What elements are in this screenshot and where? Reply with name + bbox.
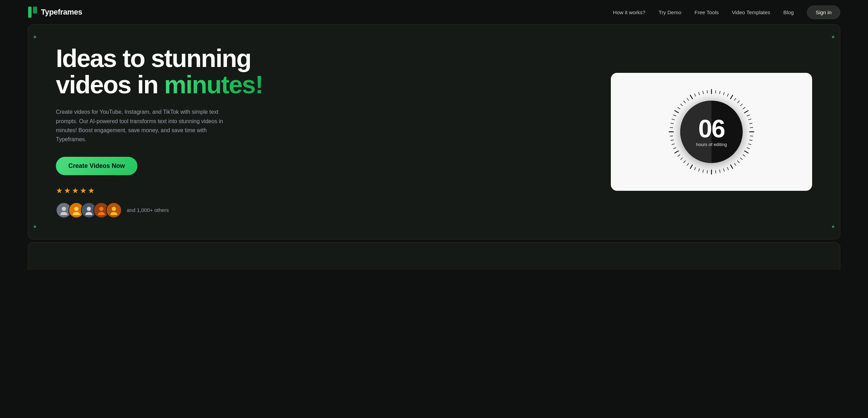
svg-line-49 xyxy=(684,161,685,163)
svg-line-70 xyxy=(703,91,703,94)
svg-line-22 xyxy=(744,111,748,113)
star-1: ★ xyxy=(56,186,63,195)
typeframes-logo-icon xyxy=(28,6,37,18)
svg-line-31 xyxy=(747,147,749,148)
svg-line-44 xyxy=(703,170,703,172)
svg-point-6 xyxy=(87,207,91,211)
social-proof-text: and 1,000+ others xyxy=(127,207,169,213)
avatar-person-icon-2 xyxy=(71,205,81,215)
avatar-person-icon xyxy=(59,205,69,215)
svg-line-47 xyxy=(690,165,692,168)
star-4: ★ xyxy=(80,186,87,195)
svg-line-43 xyxy=(707,170,707,173)
cta-button[interactable]: Create Videos Now xyxy=(56,157,137,175)
svg-line-71 xyxy=(707,91,707,93)
social-proof-row: and 1,000+ others xyxy=(56,202,263,218)
svg-point-11 xyxy=(110,212,117,215)
headline-line1: Ideas to stunning xyxy=(56,44,251,72)
headline-line2: videos in minutes! xyxy=(56,71,263,99)
svg-line-16 xyxy=(727,94,728,96)
hero-content-right: 06 hours of editing xyxy=(611,73,812,191)
star-3: ★ xyxy=(72,186,79,195)
svg-rect-0 xyxy=(28,7,32,18)
clock-graphic: 06 hours of editing xyxy=(666,87,757,177)
svg-point-9 xyxy=(98,212,105,215)
hero-section: Ideas to stunning videos in minutes! Cre… xyxy=(28,24,840,239)
svg-line-65 xyxy=(684,101,685,103)
svg-line-41 xyxy=(716,170,716,173)
svg-line-52 xyxy=(675,151,678,153)
clock-label: hours of editing xyxy=(696,142,727,147)
svg-line-40 xyxy=(719,170,720,172)
svg-line-69 xyxy=(699,92,699,95)
star-5: ★ xyxy=(88,186,95,195)
svg-line-36 xyxy=(734,163,736,165)
svg-line-39 xyxy=(724,169,724,171)
svg-point-5 xyxy=(73,212,80,215)
svg-line-67 xyxy=(690,95,692,99)
hero-content-left: Ideas to stunning videos in minutes! Cre… xyxy=(56,45,263,218)
nav-link-how-it-works[interactable]: How it works? xyxy=(613,9,645,15)
svg-line-64 xyxy=(681,104,683,106)
svg-line-46 xyxy=(694,167,696,170)
avatar-person-icon-5 xyxy=(109,205,119,215)
svg-line-25 xyxy=(750,123,752,124)
avatar-person-icon-3 xyxy=(84,205,94,215)
svg-line-61 xyxy=(673,115,676,116)
nav-links: How it works? Try Demo Free Tools Video … xyxy=(613,6,840,19)
nav-link-blog[interactable]: Blog xyxy=(783,9,794,15)
svg-line-35 xyxy=(738,161,739,163)
svg-line-62 xyxy=(675,111,678,113)
corner-dot-bottom-left xyxy=(34,225,36,228)
svg-point-8 xyxy=(99,207,103,211)
stars-row: ★ ★ ★ ★ ★ xyxy=(56,186,263,195)
svg-line-59 xyxy=(671,123,674,124)
headline-highlight: minutes! xyxy=(164,71,263,99)
svg-point-7 xyxy=(85,212,92,215)
nav-link-video-templates[interactable]: Video Templates xyxy=(732,9,770,15)
svg-line-54 xyxy=(672,144,675,144)
svg-line-32 xyxy=(744,151,748,153)
svg-line-68 xyxy=(694,94,696,96)
svg-line-24 xyxy=(749,119,751,120)
svg-line-48 xyxy=(687,163,689,165)
svg-rect-1 xyxy=(33,7,37,14)
svg-line-23 xyxy=(747,115,749,116)
avatar-5 xyxy=(106,202,122,218)
svg-line-51 xyxy=(678,155,680,156)
clock-face: 06 hours of editing xyxy=(680,101,743,163)
nav-link-try-demo[interactable]: Try Demo xyxy=(659,9,681,15)
svg-point-10 xyxy=(112,207,116,211)
navigation: Typeframes How it works? Try Demo Free T… xyxy=(0,0,868,24)
svg-line-56 xyxy=(670,136,673,136)
svg-line-15 xyxy=(724,92,724,95)
hero-headline: Ideas to stunning videos in minutes! xyxy=(56,45,263,98)
sign-in-button[interactable]: Sign in xyxy=(807,6,840,19)
svg-line-19 xyxy=(738,101,739,103)
svg-line-26 xyxy=(750,127,753,128)
svg-line-34 xyxy=(740,158,742,160)
svg-line-20 xyxy=(740,104,742,106)
logo[interactable]: Typeframes xyxy=(28,6,82,18)
logo-text: Typeframes xyxy=(41,8,82,17)
nav-link-free-tools[interactable]: Free Tools xyxy=(694,9,719,15)
avatar-person-icon-4 xyxy=(96,205,106,215)
bottom-section-preview xyxy=(28,242,840,270)
svg-line-50 xyxy=(681,158,683,160)
svg-line-66 xyxy=(687,98,689,100)
video-preview-card: 06 hours of editing xyxy=(611,73,812,191)
svg-line-18 xyxy=(734,98,736,100)
svg-line-37 xyxy=(731,165,733,168)
svg-line-33 xyxy=(743,155,745,156)
svg-point-2 xyxy=(62,207,66,211)
svg-line-53 xyxy=(673,147,676,148)
svg-line-14 xyxy=(719,91,720,94)
clock-number: 06 xyxy=(698,116,725,141)
svg-point-3 xyxy=(60,212,67,215)
svg-point-4 xyxy=(74,207,78,211)
svg-line-63 xyxy=(678,107,680,109)
svg-line-28 xyxy=(750,136,753,136)
svg-line-58 xyxy=(670,127,673,128)
corner-dot-bottom-right xyxy=(832,225,834,228)
star-2: ★ xyxy=(64,186,71,195)
